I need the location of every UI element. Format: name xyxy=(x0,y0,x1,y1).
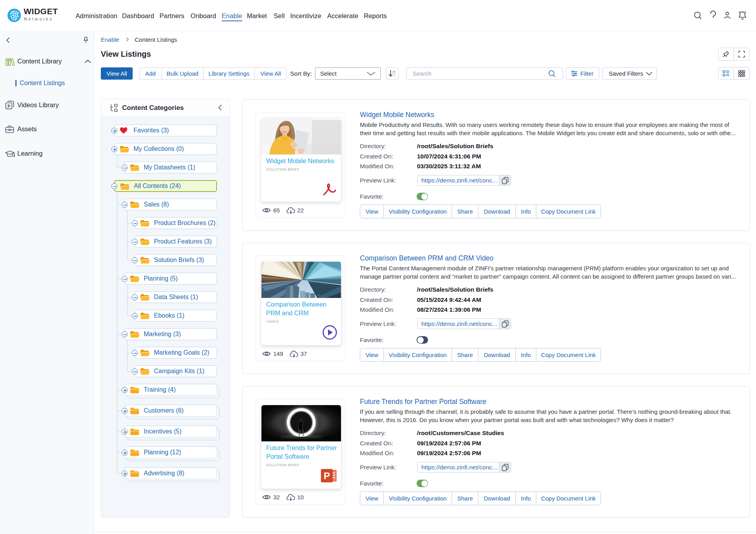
svg-text:P: P xyxy=(324,471,330,481)
